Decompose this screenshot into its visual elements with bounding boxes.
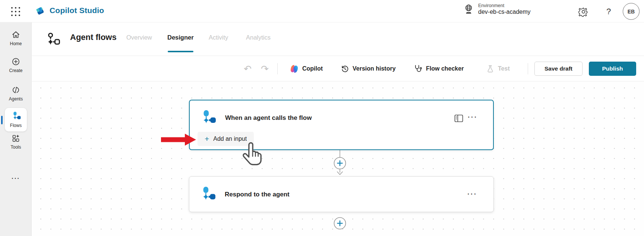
response-card-title: Respond to the agent <box>225 191 290 198</box>
designer-toolbar: ↶ ↷ Copilot <box>32 56 644 81</box>
tab-overview[interactable]: Overview <box>126 34 152 41</box>
toolbar-divider <box>528 63 528 74</box>
app-title: Copilot Studio <box>50 6 104 15</box>
sidebar-item-label: Create <box>9 68 22 73</box>
publish-button[interactable]: Publish <box>589 62 636 76</box>
sidebar-item-create[interactable]: Create <box>0 57 32 73</box>
sidebar-item-flows[interactable]: Flows <box>5 108 27 131</box>
flow-node-icon <box>199 186 216 203</box>
sidebar-item-label: Flows <box>10 123 22 128</box>
agents-icon <box>11 86 20 94</box>
copilot-label: Copilot <box>302 65 323 72</box>
tools-icon <box>11 134 20 143</box>
tab-analytics[interactable]: Analytics <box>246 34 271 41</box>
sidebar-item-home[interactable]: Home <box>0 30 32 46</box>
toolbar-divider <box>277 63 278 74</box>
copilot-icon <box>290 64 299 74</box>
sidebar-item-tools[interactable]: Tools <box>0 134 32 150</box>
environment-globe-icon <box>464 4 474 15</box>
connector-add-action-button[interactable] <box>332 150 347 176</box>
tab-designer[interactable]: Designer <box>167 34 194 41</box>
brand[interactable]: Copilot Studio <box>34 5 104 16</box>
flow-checker-button[interactable]: Flow checker <box>414 56 464 81</box>
test-label: Test <box>498 65 510 72</box>
home-icon <box>11 30 20 39</box>
environment-label: Environment <box>478 3 531 8</box>
undo-icon[interactable]: ↶ <box>244 56 252 81</box>
flow-node-icon <box>199 109 216 127</box>
page-title: Agent flows <box>70 32 117 42</box>
help-icon[interactable]: ? <box>602 5 615 18</box>
copilot-button[interactable]: Copilot <box>290 56 323 81</box>
page-header: Agent flows Overview Designer Activity A… <box>32 22 644 56</box>
test-flask-icon <box>486 65 495 73</box>
plus-circle-icon <box>11 57 20 66</box>
test-button[interactable]: Test <box>486 56 510 81</box>
sidebar-more-icon[interactable]: ··· <box>0 175 32 182</box>
add-input-label: Add an input <box>213 136 247 142</box>
add-input-button[interactable]: + Add an input <box>198 132 254 146</box>
avatar[interactable]: EB <box>623 3 640 20</box>
waffle-menu-icon[interactable] <box>10 6 22 18</box>
copilot-studio-logo-icon <box>34 5 45 16</box>
sidebar-item-agents[interactable]: Agents <box>0 86 32 102</box>
trigger-card-menu-icon[interactable]: ··· <box>468 113 477 121</box>
sidebar-item-label: Tools <box>10 145 21 150</box>
plus-icon: + <box>205 135 209 143</box>
version-history-button[interactable]: Version history <box>341 56 396 81</box>
flow-checker-icon <box>414 64 423 73</box>
redo-icon[interactable]: ↷ <box>261 56 269 81</box>
response-card[interactable]: Respond to the agent ··· <box>189 176 494 212</box>
settings-gear-icon[interactable] <box>577 5 590 18</box>
connector-add-action-button[interactable] <box>332 217 347 232</box>
trigger-card-title: When an agent calls the flow <box>225 114 312 122</box>
open-pane-icon[interactable] <box>453 113 465 124</box>
top-bar: Copilot Studio Environment dev-eb-cs-aca… <box>0 0 644 22</box>
environment-name: dev-eb-cs-academy <box>478 9 531 15</box>
trigger-card[interactable]: When an agent calls the flow ··· + Add a… <box>189 100 494 150</box>
environment-picker[interactable]: Environment dev-eb-cs-academy <box>464 3 531 15</box>
main-content: Agent flows Overview Designer Activity A… <box>32 22 644 236</box>
selected-indicator <box>1 116 3 124</box>
version-history-label: Version history <box>353 65 396 72</box>
sidebar: Home Create Agents Flows <box>0 22 32 236</box>
sidebar-item-label: Home <box>10 41 22 46</box>
flow-canvas[interactable]: When an agent calls the flow ··· + Add a… <box>32 81 644 236</box>
avatar-initials: EB <box>628 9 635 15</box>
agent-flows-icon <box>47 32 61 47</box>
flows-icon <box>11 111 21 121</box>
history-clock-icon <box>341 65 349 73</box>
sidebar-item-label: Agents <box>9 96 23 102</box>
save-draft-button[interactable]: Save draft <box>534 62 583 76</box>
tab-activity[interactable]: Activity <box>209 34 228 41</box>
copilot-studio-app: Copilot Studio Environment dev-eb-cs-aca… <box>0 0 644 236</box>
response-card-menu-icon[interactable]: ··· <box>467 190 477 198</box>
flow-checker-label: Flow checker <box>426 65 464 72</box>
